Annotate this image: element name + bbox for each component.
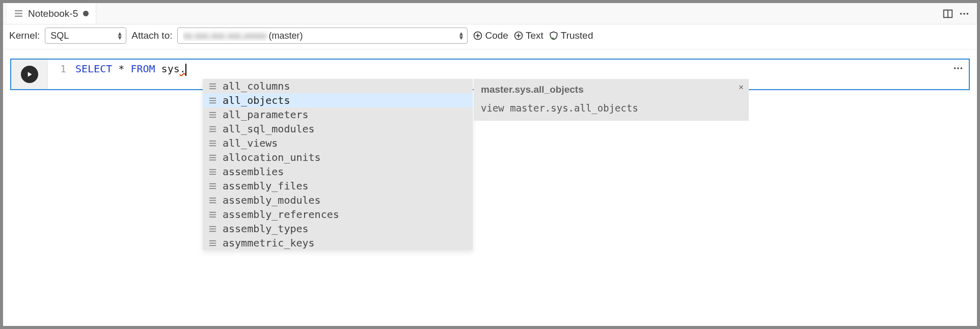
svg-rect-29 [209,140,216,141]
autocomplete-item-label: assembly_types [223,223,309,235]
svg-point-14 [954,67,956,69]
svg-rect-33 [209,157,216,158]
svg-rect-24 [209,114,216,115]
svg-rect-28 [209,131,216,132]
svg-rect-34 [209,159,216,160]
autocomplete-item[interactable]: all_views [203,136,473,150]
list-icon [209,83,216,90]
autocomplete-item[interactable]: all_columns [203,79,473,93]
svg-point-15 [957,67,959,69]
tab-notebook[interactable]: Notebook-5 [7,3,96,24]
autocomplete-item[interactable]: all_objects [203,93,473,107]
list-icon [209,211,216,218]
svg-rect-41 [209,197,216,198]
list-icon [209,140,216,147]
autocomplete-item-label: allocation_units [223,151,321,163]
add-code-button[interactable]: Code [473,30,508,41]
autocomplete-item-label: assembly_references [223,208,339,221]
svg-rect-49 [209,231,216,232]
doc-body: view master.sys.all_objects [481,102,742,114]
list-icon [209,97,216,104]
cell-gutter [11,60,48,89]
trusted-button[interactable]: Trusted [549,30,593,41]
autocomplete-item-label: asymmetric_keys [223,237,315,249]
svg-rect-51 [209,242,216,243]
autocomplete-item-label: assembly_modules [223,194,321,206]
svg-rect-40 [209,188,216,189]
autocomplete-item[interactable]: allocation_units [203,150,473,164]
svg-rect-39 [209,185,216,186]
split-editor-icon[interactable] [942,8,954,19]
svg-rect-46 [209,216,216,217]
svg-rect-45 [209,214,216,215]
svg-point-6 [963,13,965,15]
attach-label: Attach to: [131,30,172,41]
line-number: 1 [48,63,75,86]
svg-rect-26 [209,126,216,127]
doc-popup: ✕ master.sys.all_objects view master.sys… [474,79,749,121]
list-icon [209,168,216,176]
svg-rect-0 [15,10,22,11]
notebook-toolbar: Kernel: SQL ▲▼ Attach to: xx.xxx.xxx.xxx… [3,24,977,49]
svg-rect-32 [209,154,216,155]
svg-rect-47 [209,226,216,227]
run-cell-button[interactable] [21,66,38,83]
kernel-label: Kernel: [9,30,40,41]
tab-bar: Notebook-5 [3,3,977,24]
autocomplete-item[interactable]: assembly_modules [203,193,473,207]
svg-rect-25 [209,117,216,118]
svg-rect-37 [209,174,216,175]
autocomplete-item-label: all_views [223,137,278,149]
autocomplete-item[interactable]: assemblies [203,164,473,179]
doc-title: master.sys.all_objects [481,84,742,95]
notebook-window: Notebook-5 Kernel: SQL ▲▼ Attach to: xx.… [3,3,977,326]
autocomplete-item[interactable]: asymmetric_keys [203,236,473,250]
autocomplete-item-label: all_objects [223,94,290,106]
svg-point-16 [961,67,963,69]
autocomplete-item-label: all_columns [223,80,290,92]
autocomplete-item[interactable]: assembly_references [203,207,473,222]
autocomplete-item-label: assembly_files [223,180,309,192]
autocomplete-item[interactable]: all_parameters [203,107,473,122]
svg-point-5 [960,13,962,15]
notebook-content: 1 SELECT * FROM sys. all_columnsall_obje… [3,49,977,326]
close-icon[interactable]: ✕ [739,82,744,92]
svg-rect-20 [209,97,216,98]
svg-rect-2 [15,16,22,17]
svg-rect-18 [209,86,216,87]
list-icon [209,239,216,247]
autocomplete-item-label: all_sql_modules [223,123,315,135]
select-caret-icon: ▲▼ [458,32,465,40]
autocomplete-item[interactable]: all_sql_modules [203,122,473,136]
svg-rect-21 [209,100,216,101]
autocomplete-item-label: all_parameters [223,108,309,121]
svg-rect-30 [209,143,216,144]
autocomplete-item-label: assemblies [223,166,284,178]
svg-rect-22 [209,102,216,103]
cell-more-icon[interactable] [952,63,964,76]
notebook-icon [14,9,23,18]
list-icon [209,111,216,119]
svg-rect-38 [209,183,216,184]
list-icon [209,182,216,190]
autocomplete-item[interactable]: assembly_files [203,179,473,193]
svg-point-7 [967,13,969,15]
tab-title: Notebook-5 [28,8,78,19]
add-text-button[interactable]: Text [513,30,543,41]
more-actions-icon[interactable] [959,8,970,19]
list-icon [209,125,216,133]
attach-value: xx.xxx.xxx.xxx,xxxxx(master) [183,31,303,41]
select-caret-icon: ▲▼ [117,32,123,40]
tab-dirty-indicator [83,11,89,16]
svg-rect-44 [209,211,216,212]
svg-rect-50 [209,240,216,241]
kernel-select[interactable]: SQL ▲▼ [45,28,126,44]
text-cursor [185,64,186,76]
attach-select[interactable]: xx.xxx.xxx.xxx,xxxxx(master) ▲▼ [177,28,468,44]
svg-rect-27 [209,128,216,129]
svg-rect-36 [209,171,216,172]
autocomplete-item[interactable]: assembly_types [203,222,473,236]
svg-rect-19 [209,88,216,89]
list-icon [209,154,216,161]
autocomplete-list[interactable]: all_columnsall_objectsall_parametersall_… [203,79,473,250]
